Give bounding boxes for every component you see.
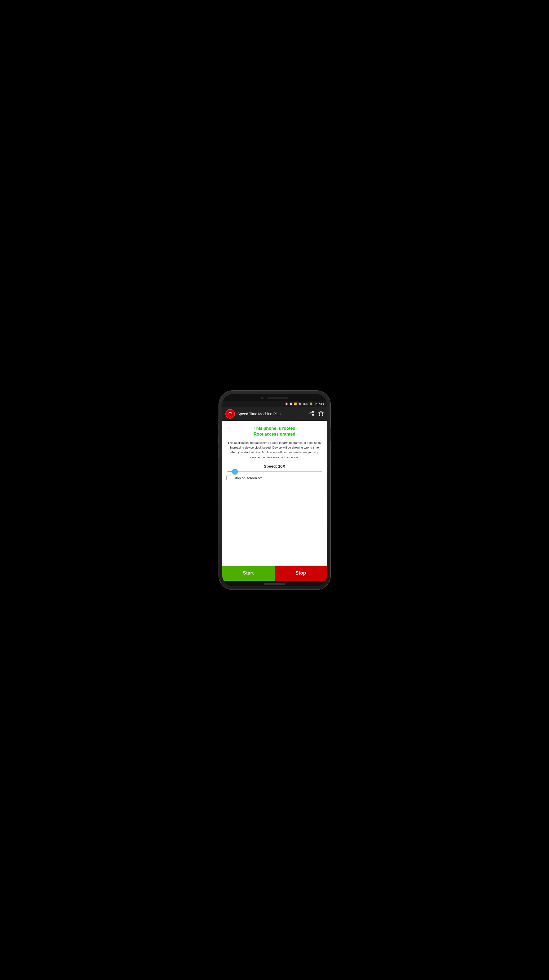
start-button[interactable]: Start [222, 566, 275, 581]
stop-button[interactable]: Stop [275, 566, 327, 581]
app-logo: ⏱ [225, 409, 235, 418]
svg-point-2 [312, 414, 313, 415]
app-description: This application increases time speed in… [226, 440, 323, 460]
favorite-button[interactable] [318, 410, 324, 417]
alarm-icon: ⏰ [289, 402, 292, 406]
svg-point-1 [310, 412, 311, 414]
home-bar [264, 583, 285, 585]
root-status-line2: Root access granted [226, 432, 323, 437]
root-status-line1: This phone is rooted [226, 426, 323, 431]
stop-on-screen-off-row[interactable]: Stop on screen off [226, 476, 323, 480]
signal-icon: 📡 [298, 402, 301, 406]
stop-on-screen-off-checkbox[interactable] [226, 476, 231, 480]
bottom-action-buttons: Start Stop [222, 566, 327, 581]
status-time: 21:08 [315, 402, 324, 406]
phone-screen: 🔇 ⏰ 📶 📡 75% 🔋 21:08 ⏱ Speed Time Machine… [222, 394, 327, 586]
svg-line-3 [311, 414, 312, 414]
app-toolbar: ⏱ Speed Time Machine Plus [222, 407, 327, 421]
content-spacer [226, 483, 323, 561]
power-button [330, 428, 331, 441]
status-bar: 🔇 ⏰ 📶 📡 75% 🔋 21:08 [222, 401, 327, 407]
clock-icon: ⏱ [228, 412, 232, 416]
svg-point-0 [312, 411, 313, 412]
app-title: Speed Time Machine Plus [237, 412, 306, 416]
svg-marker-5 [318, 411, 323, 415]
phone-frame: 🔇 ⏰ 📶 📡 75% 🔋 21:08 ⏱ Speed Time Machine… [219, 391, 330, 589]
speed-slider-container[interactable] [226, 471, 323, 472]
stop-on-screen-off-label: Stop on screen off [234, 476, 262, 480]
volume-down-button [218, 448, 219, 458]
front-camera [261, 397, 264, 399]
wifi-icon: 📶 [294, 402, 297, 406]
volume-up-button [218, 434, 219, 445]
phone-bottom-decoration [222, 581, 327, 586]
svg-line-4 [311, 412, 312, 413]
toolbar-actions [309, 410, 324, 417]
battery-icon: 🔋 [309, 402, 312, 406]
slider-track[interactable] [228, 471, 322, 472]
status-icons: 🔇 ⏰ 📶 📡 75% 🔋 [285, 402, 312, 406]
speed-label: Speed: 10X [226, 464, 323, 468]
slider-thumb[interactable] [232, 469, 238, 474]
share-button[interactable] [309, 411, 314, 417]
battery-percent: 75% [303, 402, 308, 406]
mute-icon: 🔇 [285, 402, 288, 406]
phone-top-decoration [222, 394, 327, 401]
earpiece-speaker [267, 397, 288, 399]
app-content: This phone is rooted Root access granted… [222, 421, 327, 566]
volume-mute-button [218, 423, 219, 431]
